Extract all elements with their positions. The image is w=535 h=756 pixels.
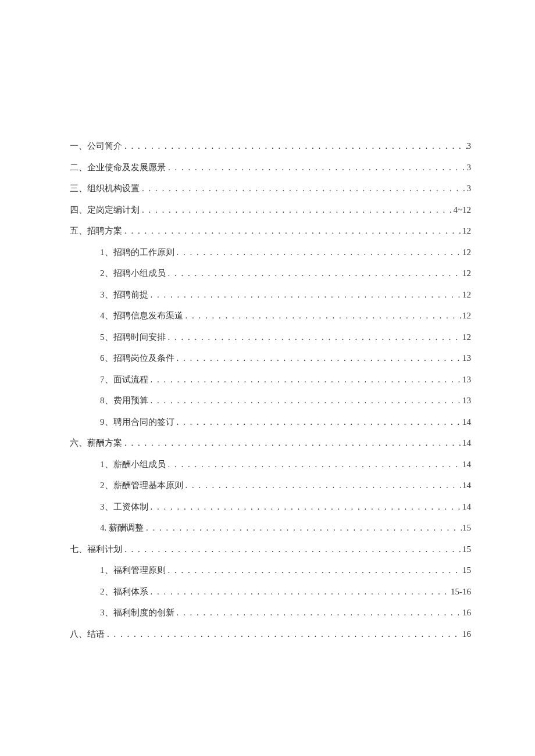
- toc-leader-dots: [183, 479, 463, 492]
- toc-label: 二、企业使命及发展愿景: [70, 161, 166, 174]
- toc-entry: 八、结语 16: [70, 628, 471, 641]
- toc-label: 4、招聘信息发布渠道: [100, 309, 183, 323]
- toc-page-number: 14: [462, 415, 471, 429]
- toc-label: 4. 薪酬调整: [100, 521, 144, 535]
- toc-label: 3、招聘前提: [100, 288, 148, 302]
- toc-leader-dots: [174, 352, 463, 365]
- toc-leader-dots: [166, 267, 463, 280]
- toc-entry: 1、薪酬小组成员 14: [70, 458, 471, 471]
- toc-page-number: 15-16: [451, 585, 471, 599]
- toc-label: 五、招聘方案: [70, 224, 122, 238]
- toc-page-number: 16: [462, 628, 471, 641]
- toc-leader-dots: [166, 564, 463, 577]
- toc-label: 2、薪酬管理基本原则: [100, 479, 183, 492]
- toc-entry: 1、招聘的工作原则 12: [70, 246, 471, 259]
- document-page: 一、公司简介 3 二、企业使命及发展愿景 3 三、组织机构设置 3 四、定岗定编…: [0, 0, 535, 640]
- toc-page-number: 16: [462, 606, 471, 619]
- toc-leader-dots: [122, 436, 462, 450]
- toc-leader-dots: [122, 224, 462, 238]
- toc-page-number: 12: [462, 224, 471, 238]
- toc-entry: 8、费用预算 13: [70, 394, 471, 407]
- toc-entry: 一、公司简介 3: [70, 139, 471, 153]
- toc-leader-dots: [122, 139, 467, 153]
- toc-page-number: 15: [462, 564, 471, 577]
- toc-page-number: 14: [462, 436, 471, 450]
- toc-label: 四、定岗定编计划: [70, 203, 140, 217]
- toc-label: 3、工资体制: [100, 500, 148, 514]
- toc-entry: 7、面试流程 13: [70, 373, 471, 386]
- toc-label: 7、面试流程: [100, 373, 148, 386]
- toc-leader-dots: [174, 415, 463, 429]
- toc-entry: 2、招聘小组成员 12: [70, 267, 471, 280]
- toc-label: 1、招聘的工作原则: [100, 246, 174, 259]
- toc-entry: 2、薪酬管理基本原则 14: [70, 479, 471, 492]
- toc-page-number: 14: [462, 458, 471, 471]
- toc-entry: 4、招聘信息发布渠道 12: [70, 309, 471, 323]
- toc-page-number: 3: [467, 182, 472, 195]
- toc-leader-dots: [166, 161, 467, 174]
- toc-page-number: 15: [462, 543, 471, 556]
- toc-page-number: 15: [462, 521, 471, 535]
- toc-entry: 五、招聘方案 12: [70, 224, 471, 238]
- toc-entry: 六、薪酬方案 14: [70, 436, 471, 450]
- toc-label: 六、薪酬方案: [70, 436, 122, 450]
- toc-entry: 6、招聘岗位及条件 13: [70, 352, 471, 365]
- table-of-contents: 一、公司简介 3 二、企业使命及发展愿景 3 三、组织机构设置 3 四、定岗定编…: [70, 139, 471, 640]
- toc-label: 一、公司简介: [70, 139, 122, 153]
- toc-label: 1、薪酬小组成员: [100, 458, 166, 471]
- toc-leader-dots: [148, 373, 463, 386]
- toc-label: 三、组织机构设置: [70, 182, 140, 195]
- toc-leader-dots: [140, 203, 453, 217]
- toc-page-number: 12: [462, 246, 471, 259]
- toc-leader-dots: [148, 288, 463, 302]
- toc-page-number: 12: [462, 331, 471, 344]
- toc-page-number: 3: [467, 161, 472, 174]
- toc-entry: 三、组织机构设置 3: [70, 182, 471, 195]
- toc-page-number: 13: [462, 352, 471, 365]
- toc-leader-dots: [174, 246, 463, 259]
- toc-entry: 四、定岗定编计划 4~12: [70, 203, 471, 217]
- toc-leader-dots: [148, 585, 451, 599]
- toc-label: 5、招聘时间安排: [100, 331, 166, 344]
- toc-entry: 1、福利管理原则 15: [70, 564, 471, 577]
- toc-leader-dots: [105, 628, 462, 641]
- toc-entry: 3、福利制度的创新 16: [70, 606, 471, 619]
- toc-entry: 七、福利计划 15: [70, 543, 471, 556]
- toc-entry: 4. 薪酬调整 15: [70, 521, 471, 535]
- toc-entry: 9、聘用合同的签订 14: [70, 415, 471, 429]
- toc-page-number: 12: [462, 288, 471, 302]
- toc-page-number: 13: [462, 373, 471, 386]
- toc-label: 2、招聘小组成员: [100, 267, 166, 280]
- toc-label: 9、聘用合同的签订: [100, 415, 174, 429]
- toc-leader-dots: [166, 331, 463, 344]
- toc-leader-dots: [148, 500, 463, 514]
- toc-leader-dots: [122, 543, 462, 556]
- toc-page-number: 12: [462, 267, 471, 280]
- toc-label: 七、福利计划: [70, 543, 122, 556]
- toc-label: 2、福利体系: [100, 585, 148, 599]
- toc-entry: 5、招聘时间安排 12: [70, 331, 471, 344]
- toc-page-number: 13: [462, 394, 471, 407]
- toc-label: 八、结语: [70, 628, 105, 641]
- toc-page-number: 3: [467, 139, 472, 153]
- toc-leader-dots: [166, 458, 463, 471]
- toc-label: 1、福利管理原则: [100, 564, 166, 577]
- toc-leader-dots: [174, 606, 463, 619]
- toc-leader-dots: [183, 309, 463, 323]
- toc-page-number: 14: [462, 479, 471, 492]
- toc-page-number: 4~12: [453, 203, 471, 217]
- toc-entry: 2、福利体系 15-16: [70, 585, 471, 599]
- toc-label: 6、招聘岗位及条件: [100, 352, 174, 365]
- toc-leader-dots: [148, 394, 463, 407]
- toc-entry: 3、招聘前提 12: [70, 288, 471, 302]
- toc-entry: 3、工资体制 14: [70, 500, 471, 514]
- toc-page-number: 14: [462, 500, 471, 514]
- toc-leader-dots: [140, 182, 467, 195]
- toc-label: 8、费用预算: [100, 394, 148, 407]
- toc-label: 3、福利制度的创新: [100, 606, 174, 619]
- toc-page-number: 12: [462, 309, 471, 323]
- toc-entry: 二、企业使命及发展愿景 3: [70, 161, 471, 174]
- toc-leader-dots: [144, 521, 462, 535]
